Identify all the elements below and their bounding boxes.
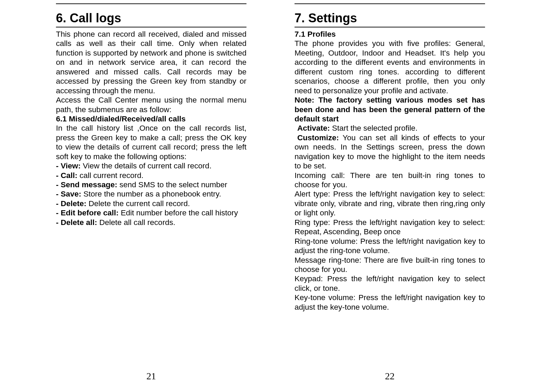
chapter-heading-7: 7. Settings [295, 11, 485, 25]
page-number-left: 21 [56, 371, 246, 382]
option-call: - Call: call current record. [56, 171, 246, 180]
top-rule-left [56, 3, 246, 4]
option-save-label: - Save: [56, 190, 81, 198]
subheading-7-1: 7.1 Profiles [295, 29, 485, 39]
heading-rule-right [295, 27, 485, 27]
option-delete-all: - Delete all: Delete all call records. [56, 218, 246, 227]
customize-line: Customize: You can set all kinds of effe… [295, 133, 485, 171]
alert-type-text: Alert type: Press the left/right navigat… [295, 189, 485, 217]
message-ringtone-text: Message ring-tone: There are five built-… [295, 256, 485, 274]
right-page: 7. Settings 7.1 Profiles The phone provi… [295, 3, 485, 392]
subheading-6-1: 6.1 Missed/dialed/Received/all calls [56, 114, 246, 123]
ring-volume-text: Ring-tone volume: Press the left/right n… [295, 237, 485, 256]
access-paragraph: Access the Call Center menu using the no… [56, 95, 246, 114]
history-paragraph: In the call history list ,Once on the ca… [56, 123, 246, 161]
option-send-message: - Send message: send SMS to the select n… [56, 180, 246, 189]
option-send-message-label: - Send message: [56, 180, 117, 189]
keytone-volume-text: Key-tone volume: Press the left/right na… [295, 293, 485, 312]
option-edit-before-call-label: - Edit before call: [56, 209, 119, 217]
profiles-intro: The phone provides you with five profile… [295, 39, 485, 95]
option-edit-before-call: - Edit before call: Edit number before t… [56, 208, 246, 217]
right-content: 7. Settings 7.1 Profiles The phone provi… [295, 3, 485, 392]
option-edit-before-call-text: Edit number before the call history [119, 209, 238, 217]
option-delete-all-text: Delete all call records. [97, 218, 175, 227]
keypad-text: Keypad: Press the left/right navigation … [295, 274, 485, 293]
option-view-label: - View: [56, 162, 81, 170]
left-content: 6. Call logs This phone can record all r… [56, 3, 246, 392]
ring-type-text: Ring type: Press the left/right navigati… [295, 218, 485, 237]
customize-label: Customize: [295, 133, 339, 142]
top-rule-right [295, 3, 485, 4]
chapter-heading-6: 6. Call logs [56, 11, 246, 25]
intro-paragraph: This phone can record all received, dial… [56, 29, 246, 95]
profiles-note: Note: The factory setting various modes … [295, 95, 485, 123]
option-delete-text: Delete the current call record. [87, 199, 190, 208]
activate-line: Activate: Start the selected profile. [295, 123, 485, 133]
option-delete: - Delete: Delete the current call record… [56, 199, 246, 208]
option-view-text: View the details of current call record. [81, 162, 211, 170]
heading-rule-left [56, 27, 246, 27]
option-delete-all-label: - Delete all: [56, 218, 97, 227]
option-save-text: Store the number as a phonebook entry. [81, 190, 221, 198]
option-view: - View: View the details of current call… [56, 161, 246, 170]
activate-text: Start the selected profile. [330, 124, 417, 132]
left-page: 6. Call logs This phone can record all r… [56, 3, 246, 392]
page-number-right: 22 [295, 371, 485, 382]
option-save: - Save: Store the number as a phonebook … [56, 189, 246, 199]
option-send-message-text: send SMS to the select number [117, 180, 227, 189]
activate-label: Activate: [295, 124, 330, 132]
incoming-call-text: Incoming call: There are ten built-in ri… [295, 171, 485, 190]
option-delete-label: - Delete: [56, 199, 87, 208]
option-call-text: call current record. [78, 171, 144, 180]
option-call-label: - Call: [56, 171, 78, 180]
